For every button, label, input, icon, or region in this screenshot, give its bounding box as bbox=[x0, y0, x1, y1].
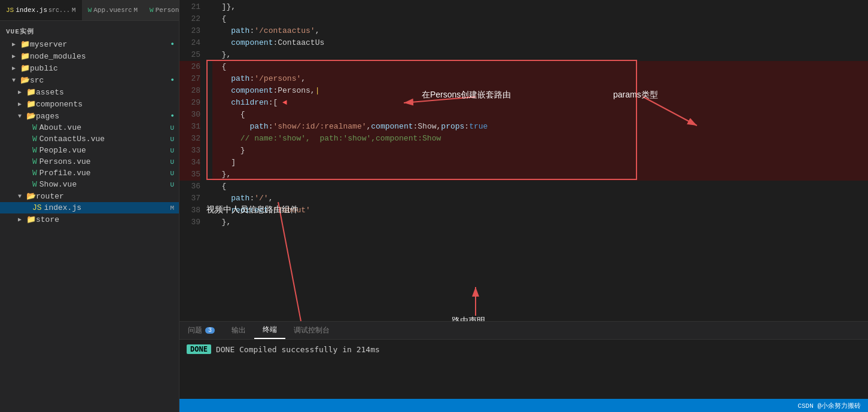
editor-main: 21 22 23 24 25 26 27 28 29 30 31 32 33 3… bbox=[179, 0, 868, 321]
sidebar-tab-app[interactable]: W App.vue src M bbox=[82, 0, 144, 20]
code-line-25: }, bbox=[212, 49, 868, 61]
file-label: Show.vue bbox=[39, 180, 77, 189]
code-view: 21 22 23 24 25 26 27 28 29 30 31 32 33 3… bbox=[179, 0, 868, 321]
code-line-21: ]}, bbox=[212, 1, 868, 13]
vue-icon: W bbox=[88, 7, 92, 14]
sidebar-item-contaactus[interactable]: W ContaactUs.vue U bbox=[0, 133, 179, 145]
sidebar-item-about[interactable]: W About.vue U bbox=[0, 122, 179, 133]
sidebar-tab-persons[interactable]: W Persons.vu... U bbox=[144, 0, 179, 20]
tab-app-filename: App.vue bbox=[93, 7, 121, 14]
folder-icon: 📁 bbox=[26, 99, 36, 109]
tab-path: src... bbox=[48, 7, 70, 14]
vue-icon: W bbox=[32, 123, 37, 132]
folder-icon: 📂 bbox=[26, 111, 36, 121]
folder-label: node_modules bbox=[30, 52, 86, 61]
folder-icon: 📁 bbox=[20, 63, 30, 73]
sidebar-item-myserver[interactable]: ▶ 📁 myserver ● bbox=[0, 38, 179, 50]
panel-tab-problems[interactable]: 问题 3 bbox=[179, 322, 223, 339]
line-num-33: 33 bbox=[179, 145, 200, 157]
panel-tab-debug-label: 调试控制台 bbox=[294, 325, 330, 335]
line-num-26: 26 bbox=[179, 61, 200, 73]
code-line-36: { bbox=[212, 181, 868, 193]
vue-icon: W bbox=[32, 180, 37, 189]
folder-icon: 📂 bbox=[26, 191, 36, 201]
folder-icon: 📂 bbox=[20, 75, 30, 85]
arrow-icon: ▶ bbox=[18, 100, 24, 108]
section-title: VUE实例 bbox=[0, 23, 179, 38]
code-line-33: } bbox=[212, 145, 868, 157]
line-num-32: 32 bbox=[179, 133, 200, 145]
line-num-30: 30 bbox=[179, 109, 200, 121]
line-num-24: 24 bbox=[179, 37, 200, 49]
badge: ● bbox=[171, 113, 174, 119]
file-label: Profile.vue bbox=[39, 169, 91, 178]
bottom-panel: 问题 3 输出 终端 调试控制台 DONE DONE Compiled succ… bbox=[179, 321, 868, 399]
sidebar-item-persons[interactable]: W Persons.vue U bbox=[0, 156, 179, 167]
code-line-23: path:'/contaactus', bbox=[212, 25, 868, 37]
sidebar-item-assets[interactable]: ▶ 📁 assets bbox=[0, 86, 179, 98]
code-line-35: }, bbox=[212, 169, 868, 181]
code-line-27: path:'/persons', bbox=[212, 73, 868, 85]
code-line-31: path:'show/:id/:realname',component:Show… bbox=[212, 121, 868, 133]
file-label: About.vue bbox=[39, 123, 81, 132]
code-line-24: component:ContaactUs bbox=[212, 37, 868, 49]
vue-icon: W bbox=[32, 146, 37, 155]
panel-tab-output[interactable]: 输出 bbox=[223, 322, 254, 339]
sidebar-item-node-modules[interactable]: ▶ 📁 node_modules bbox=[0, 50, 179, 62]
line-num-38: 38 bbox=[179, 205, 200, 216]
line-num-25: 25 bbox=[179, 49, 200, 61]
sidebar: 65 JS index.js src... M W App.vue src M … bbox=[0, 0, 179, 412]
line-num-31: 31 bbox=[179, 121, 200, 133]
status-bar: CSDN @小余努力搬砖 bbox=[179, 399, 868, 412]
code-content[interactable]: ]}, { path:'/contaactus', component:Cont… bbox=[206, 0, 868, 321]
vue-icon: W bbox=[32, 135, 37, 144]
terminal-output: DONE Compiled successfully in 214ms bbox=[216, 345, 380, 354]
js-icon: JS bbox=[32, 203, 42, 212]
code-line-29: children:[ ◄ bbox=[212, 97, 868, 109]
sidebar-item-public[interactable]: ▶ 📁 public bbox=[0, 62, 179, 74]
arrow-icon: ▶ bbox=[18, 88, 24, 96]
arrow-icon: ▶ bbox=[12, 65, 18, 72]
line-num-28: 28 bbox=[179, 85, 200, 97]
line-num-29: 29 bbox=[179, 97, 200, 109]
file-label: Persons.vue bbox=[39, 157, 91, 166]
code-line-26: { bbox=[212, 61, 868, 73]
arrow-icon: ▶ bbox=[12, 53, 18, 60]
sidebar-item-people[interactable]: W People.vue U bbox=[0, 145, 179, 156]
arrow-icon: ▶ bbox=[18, 216, 24, 223]
file-label: index.js bbox=[44, 203, 81, 212]
sidebar-item-components[interactable]: ▶ 📁 components bbox=[0, 98, 179, 110]
annotation-route-declaration: 路由声明 bbox=[452, 315, 485, 321]
vue-persons-icon: W bbox=[150, 7, 154, 14]
panel-tab-debug[interactable]: 调试控制台 bbox=[285, 322, 338, 339]
folder-icon: 📁 bbox=[20, 39, 30, 49]
folder-label: assets bbox=[36, 88, 64, 97]
badge: U bbox=[170, 147, 174, 154]
tab-bar: 65 JS index.js src... M W App.vue src M … bbox=[0, 0, 179, 21]
sidebar-item-router-index[interactable]: JS index.js M bbox=[0, 202, 179, 213]
arrow-icon: ▼ bbox=[18, 193, 24, 200]
sidebar-item-profile[interactable]: W Profile.vue U bbox=[0, 167, 179, 179]
panel-content: DONE DONE Compiled successfully in 214ms bbox=[179, 340, 868, 399]
sidebar-item-store[interactable]: ▶ 📁 store bbox=[0, 213, 179, 225]
sidebar-item-src[interactable]: ▼ 📂 src ● bbox=[0, 74, 179, 86]
code-line-32: // name:'show', path:'show',component:Sh… bbox=[212, 133, 868, 145]
line-num-35: 35 bbox=[179, 169, 200, 181]
badge: U bbox=[170, 124, 174, 132]
folder-label: router bbox=[36, 192, 64, 201]
line-num-36: 36 bbox=[179, 181, 200, 193]
sidebar-tab-active[interactable]: JS index.js src... M bbox=[0, 0, 82, 20]
folder-icon: 📁 bbox=[20, 51, 30, 61]
sidebar-item-show[interactable]: W Show.vue U bbox=[0, 179, 179, 190]
arrow-icon: ▶ bbox=[12, 41, 18, 48]
editor-area: 21 22 23 24 25 26 27 28 29 30 31 32 33 3… bbox=[179, 0, 868, 412]
vue-icon: W bbox=[32, 157, 37, 166]
problems-badge: 3 bbox=[205, 327, 215, 334]
sidebar-item-router[interactable]: ▼ 📂 router bbox=[0, 190, 179, 202]
folder-label: store bbox=[36, 215, 59, 224]
panel-tab-terminal[interactable]: 终端 bbox=[254, 322, 285, 339]
file-label: ContaactUs.vue bbox=[39, 135, 105, 144]
tab-filename: index.js bbox=[16, 7, 47, 14]
line-numbers: 21 22 23 24 25 26 27 28 29 30 31 32 33 3… bbox=[179, 0, 206, 321]
sidebar-item-pages[interactable]: ▼ 📂 pages ● bbox=[0, 110, 179, 122]
